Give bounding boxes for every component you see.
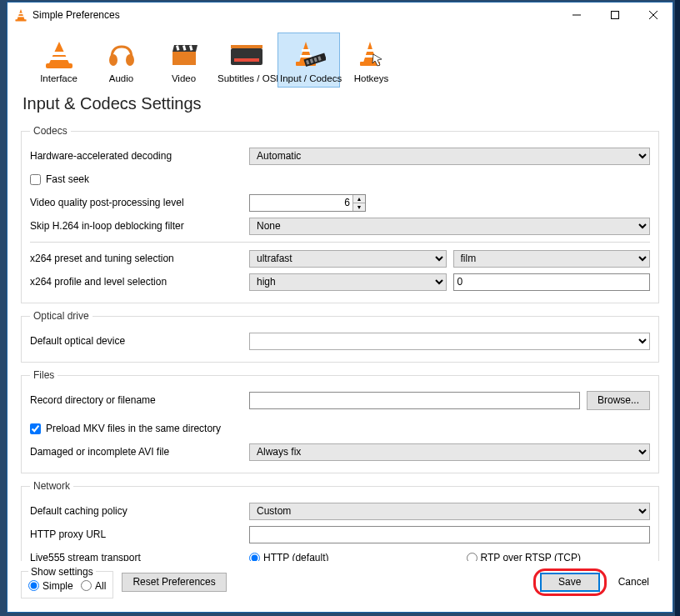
- hw-decoding-select[interactable]: Automatic: [249, 148, 650, 165]
- tab-label: Subtitles / OSD: [218, 73, 275, 83]
- save-button[interactable]: Save: [540, 573, 600, 592]
- svg-rect-1: [15, 19, 26, 21]
- live555-http-radio[interactable]: HTTP (default): [249, 552, 433, 561]
- titlebar: Simple Preferences: [8, 3, 672, 28]
- svg-rect-15: [231, 48, 262, 65]
- preload-mkv-input[interactable]: [30, 423, 41, 434]
- tab-label: Input / Codecs: [280, 73, 338, 83]
- tab-video[interactable]: Video: [152, 33, 215, 88]
- skip-h264-select[interactable]: None: [249, 218, 650, 235]
- spin-down-icon[interactable]: ▼: [352, 203, 365, 211]
- x264-level-input[interactable]: [453, 273, 651, 291]
- category-tabstrip: Interface Audio Video Subtitles / OSD In…: [8, 28, 672, 91]
- live555-label: Live555 stream transport: [30, 552, 242, 561]
- minimize-button[interactable]: [558, 3, 596, 28]
- group-legend: Files: [30, 369, 58, 381]
- tab-label: Interface: [30, 73, 88, 83]
- svg-point-8: [109, 54, 118, 66]
- fast-seek-label: Fast seek: [46, 173, 89, 185]
- cone-icon: [30, 37, 88, 72]
- svg-rect-2: [19, 13, 23, 14]
- tab-interface[interactable]: Interface: [28, 33, 90, 88]
- tab-label: Video: [155, 73, 212, 83]
- optical-device-select[interactable]: [249, 333, 650, 350]
- hw-decoding-label: Hardware-accelerated decoding: [30, 150, 242, 162]
- window-title: Simple Preferences: [32, 9, 120, 21]
- show-simple-radio[interactable]: Simple: [28, 580, 73, 592]
- page-heading: Input & Codecs Settings: [8, 91, 672, 125]
- proxy-input[interactable]: [249, 526, 650, 543]
- cone-filmstrip-icon: [280, 37, 338, 72]
- tab-label: Audio: [92, 73, 150, 83]
- x264-preset-select[interactable]: ultrafast: [249, 250, 447, 268]
- record-dir-label: Record directory or filename: [30, 394, 242, 406]
- x264-profile-select[interactable]: high: [249, 273, 447, 291]
- fast-seek-input[interactable]: [30, 174, 41, 185]
- group-codecs: Codecs Hardware-accelerated decoding Aut…: [21, 125, 659, 303]
- skip-h264-label: Skip H.264 in-loop deblocking filter: [30, 220, 242, 232]
- subtitles-osd-icon: [218, 37, 275, 72]
- close-button[interactable]: [634, 3, 672, 28]
- x264-preset-label: x264 preset and tuning selection: [30, 253, 242, 264]
- svg-rect-5: [612, 12, 619, 19]
- spin-up-icon[interactable]: ▲: [352, 195, 365, 203]
- live555-rtp-radio[interactable]: RTP over RTSP (TCP): [467, 552, 651, 561]
- tab-input-codecs[interactable]: Input / Codecs: [278, 33, 340, 88]
- caching-select[interactable]: Custom: [249, 503, 650, 520]
- show-settings-legend: Show settings: [28, 566, 96, 578]
- spin-buttons[interactable]: ▲▼: [352, 195, 365, 211]
- cancel-button[interactable]: Cancel: [608, 573, 659, 592]
- group-network: Network Default caching policy Custom HT…: [21, 480, 659, 561]
- tab-label: Hotkeys: [342, 73, 400, 83]
- svg-rect-10: [172, 52, 196, 65]
- fast-seek-checkbox[interactable]: Fast seek: [30, 173, 89, 185]
- svg-rect-16: [234, 58, 259, 62]
- record-dir-input[interactable]: [249, 392, 580, 409]
- caching-label: Default caching policy: [30, 505, 242, 517]
- settings-content: Codecs Hardware-accelerated decoding Aut…: [8, 125, 672, 561]
- damaged-avi-select[interactable]: Always fix: [249, 443, 650, 461]
- svg-marker-0: [17, 9, 24, 20]
- cone-pointer-icon: [342, 37, 400, 72]
- show-all-radio[interactable]: All: [81, 580, 106, 592]
- separator: [30, 242, 650, 243]
- preload-mkv-label: Preload MKV files in the same directory: [46, 423, 221, 434]
- group-legend: Network: [30, 480, 73, 492]
- maximize-button[interactable]: [596, 3, 634, 28]
- headphones-icon: [92, 37, 150, 72]
- x264-tune-select[interactable]: film: [453, 250, 651, 268]
- svg-rect-20: [302, 49, 310, 52]
- show-settings-group: Show settings Simple All: [21, 566, 113, 599]
- footer: Show settings Simple All Reset Preferenc…: [8, 561, 672, 613]
- save-highlight-annotation: Save: [540, 573, 600, 592]
- preferences-window: Simple Preferences Interface Audio Video…: [7, 2, 673, 613]
- svg-rect-3: [18, 16, 24, 17]
- group-legend: Optical drive: [30, 310, 92, 322]
- svg-rect-21: [300, 55, 312, 58]
- optical-device-label: Default optical device: [30, 335, 242, 347]
- damaged-avi-label: Damaged or incomplete AVI file: [30, 446, 242, 458]
- group-files: Files Record directory or filename Brows…: [21, 369, 659, 473]
- proxy-label: HTTP proxy URL: [30, 528, 242, 540]
- group-legend: Codecs: [30, 125, 71, 137]
- postproc-spin[interactable]: [249, 194, 366, 212]
- x264-profile-label: x264 profile and level selection: [30, 276, 242, 288]
- tab-audio[interactable]: Audio: [90, 33, 152, 88]
- svg-rect-17: [231, 45, 262, 48]
- tab-subtitles[interactable]: Subtitles / OSD: [215, 33, 278, 88]
- svg-point-9: [126, 54, 134, 66]
- group-optical: Optical drive Default optical device: [21, 310, 659, 363]
- browse-button[interactable]: Browse...: [587, 391, 650, 410]
- clapperboard-icon: [155, 37, 212, 72]
- svg-rect-29: [366, 49, 374, 52]
- preload-mkv-checkbox[interactable]: Preload MKV files in the same directory: [30, 423, 221, 434]
- postproc-label: Video quality post-processing level: [30, 197, 242, 208]
- tab-hotkeys[interactable]: Hotkeys: [340, 33, 402, 88]
- vlc-cone-icon: [14, 8, 28, 22]
- reset-preferences-button[interactable]: Reset Preferences: [122, 573, 226, 592]
